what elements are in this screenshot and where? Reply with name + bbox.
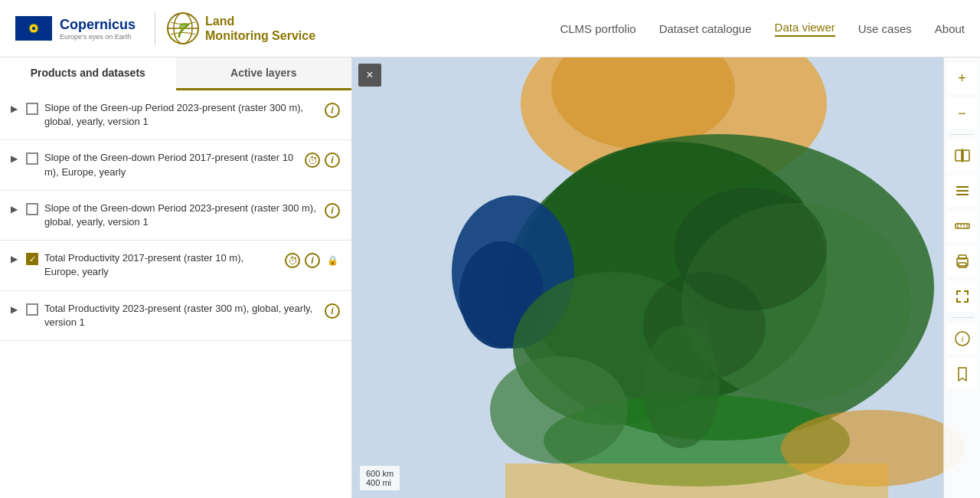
layer-title: Slope of the Green-up Period 2023-presen… (44, 101, 318, 129)
chevron-right-icon[interactable]: ▶ (8, 203, 20, 215)
scale-bar: 600 km 400 mi (360, 466, 400, 490)
lock-icon[interactable]: 🔒 (325, 253, 340, 268)
land-icon (167, 12, 199, 44)
layer-actions: ⏱ i (305, 152, 340, 168)
tab-active-layers[interactable]: Active layers (176, 57, 352, 88)
layer-actions: i (325, 103, 340, 118)
nav-data-viewer[interactable]: Data viewer (775, 21, 835, 37)
chevron-right-icon[interactable]: ▶ (8, 103, 20, 115)
chevron-right-icon[interactable]: ▶ (8, 152, 20, 165)
tab-bar: Products and datasets Active layers (0, 57, 351, 90)
list-item: ▶ Slope of the Green-down Period 2017-pr… (0, 140, 351, 190)
clock-icon[interactable]: ⏱ (305, 152, 320, 168)
zoom-out-button[interactable]: − (947, 98, 978, 129)
info-icon[interactable]: i (305, 253, 320, 268)
copernicus-tagline: Europe's eyes on Earth (60, 33, 136, 41)
layer-title: Slope of the Green-down Period 2017-pres… (44, 151, 299, 179)
nav-dataset-catalogue[interactable]: Dataset catalogue (659, 22, 752, 35)
land-monitoring-logo: Land Monitoring Service (155, 12, 315, 44)
map-area[interactable]: × 600 km 400 mi + − (352, 57, 980, 498)
svg-text:i: i (961, 334, 963, 343)
layer-actions: i (325, 303, 340, 319)
scale-mi: 400 mi (366, 478, 394, 487)
copernicus-name: Copernicus (60, 17, 136, 33)
zoom-in-button[interactable]: + (947, 63, 978, 93)
svg-point-31 (643, 326, 720, 448)
svg-rect-0 (15, 16, 52, 41)
logo-area: Copernicus Europe's eyes on Earth Land M… (15, 12, 315, 44)
svg-rect-33 (963, 150, 969, 161)
info-button[interactable]: i (947, 323, 978, 354)
layer-title: Slope of the Green-down Period 2023-pres… (44, 201, 318, 229)
main-area: Products and datasets Active layers ▶ Sl… (0, 57, 980, 498)
list-item: ▶ Slope of the Green-down Period 2023-pr… (0, 191, 351, 241)
nav-about[interactable]: About (935, 22, 965, 35)
nav-use-cases[interactable]: Use cases (858, 22, 912, 35)
layer-title: Total Productivity 2023-present (raster … (44, 302, 318, 329)
tab-products[interactable]: Products and datasets (0, 57, 176, 90)
nav-clms-portfolio[interactable]: CLMS portfolio (560, 22, 635, 35)
land-monitoring-title: Land Monitoring Service (205, 14, 315, 43)
toolbar-separator (951, 317, 974, 318)
scale-km: 600 km (366, 469, 394, 478)
svg-rect-44 (959, 255, 966, 259)
svg-rect-45 (959, 263, 966, 267)
measure-button[interactable] (947, 211, 978, 241)
fullscreen-button[interactable] (947, 281, 978, 312)
clock-icon[interactable]: ⏱ (285, 253, 300, 268)
sidebar: Products and datasets Active layers ▶ Sl… (0, 57, 352, 498)
layer-title: Total Productivity 2017-present (raster … (44, 251, 279, 279)
list-item: ▶ Slope of the Green-up Period 2023-pres… (0, 90, 351, 140)
layer-checkbox[interactable] (26, 253, 38, 265)
close-button[interactable]: × (358, 64, 381, 87)
toolbar-separator (951, 134, 974, 135)
layer-checkbox[interactable] (26, 303, 38, 316)
list-item: ▶ Total Productivity 2017-present (raste… (0, 241, 351, 290)
header: Copernicus Europe's eyes on Earth Land M… (0, 0, 980, 57)
layer-list: ▶ Slope of the Green-up Period 2023-pres… (0, 90, 351, 498)
eu-flag (15, 16, 52, 41)
layer-checkbox[interactable] (26, 203, 38, 215)
info-icon[interactable]: i (325, 152, 340, 168)
copernicus-logo: Copernicus Europe's eyes on Earth (60, 17, 136, 41)
chevron-right-icon[interactable]: ▶ (8, 253, 20, 265)
map-visualization (352, 57, 980, 498)
layer-actions: i (325, 203, 340, 218)
compare-button[interactable] (947, 140, 978, 171)
list-item: ▶ Total Productivity 2023-present (raste… (0, 291, 351, 341)
layer-actions: ⏱ i 🔒 (285, 253, 340, 268)
info-icon[interactable]: i (325, 303, 340, 319)
layers-button[interactable] (947, 175, 978, 206)
info-icon[interactable]: i (325, 203, 340, 218)
main-nav: CLMS portfolio Dataset catalogue Data vi… (560, 21, 965, 37)
svg-rect-26 (505, 464, 888, 498)
print-button[interactable] (947, 246, 978, 277)
bookmark-button[interactable] (947, 359, 978, 389)
right-toolbar: + − i (943, 57, 980, 498)
svg-point-30 (490, 356, 628, 464)
info-icon[interactable]: i (325, 103, 340, 118)
chevron-right-icon[interactable]: ▶ (8, 303, 20, 316)
layer-checkbox[interactable] (26, 103, 38, 115)
svg-rect-32 (956, 150, 962, 161)
layer-checkbox[interactable] (26, 152, 38, 165)
